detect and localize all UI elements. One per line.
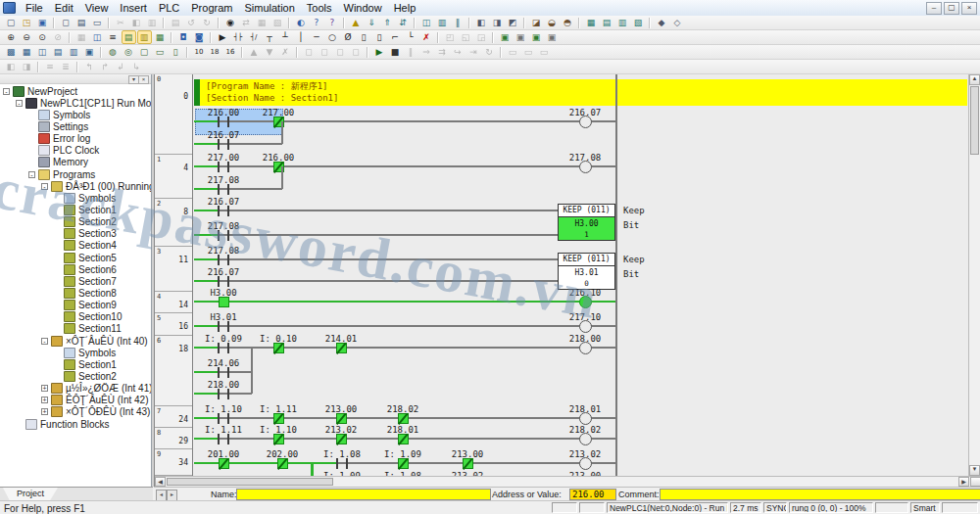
rung-comment-banner[interactable]: [Program Name : 新程序1][Section Name : Sec…	[194, 79, 967, 106]
menu-edit[interactable]: Edit	[49, 1, 79, 15]
ladder-canvas[interactable]: [Program Name : 新程序1][Section Name : Sec…	[193, 74, 969, 476]
cut-icon[interactable]: ✂	[114, 16, 128, 29]
new-icon[interactable]: ▢	[4, 16, 19, 29]
tree-item-section4[interactable]: Section4	[0, 240, 151, 252]
rung-header[interactable]: 724	[155, 406, 192, 428]
rung-wrap-icon[interactable]: ≡	[106, 30, 121, 44]
rung-header[interactable]: 516	[155, 313, 192, 336]
tree-item-newproject[interactable]: -NewProject	[0, 85, 151, 97]
fb-define-icon[interactable]: ▣	[498, 30, 513, 44]
sim-stop-icon[interactable]: ■	[388, 45, 403, 59]
tree-item-section2[interactable]: Section2	[0, 216, 151, 228]
vertical-line-icon[interactable]: │	[294, 30, 309, 44]
contact-open[interactable]	[227, 434, 229, 444]
vscroll-thumb[interactable]	[970, 86, 979, 155]
contact-closed-on[interactable]	[273, 413, 284, 424]
edit-comments-icon[interactable]: ◰	[443, 30, 458, 44]
window-cross-reference-icon[interactable]: ▤	[51, 45, 66, 59]
sim-run-icon[interactable]: ▶	[372, 45, 387, 59]
print-icon[interactable]: ▤	[74, 16, 89, 29]
tree-item-section11[interactable]: Section11	[0, 323, 151, 335]
collapse-icon[interactable]: -	[41, 338, 48, 345]
menu-insert[interactable]: Insert	[114, 1, 153, 15]
window-tile-h-icon[interactable]: ▤	[600, 16, 614, 29]
force-on-icon[interactable]: ▲	[247, 45, 262, 59]
collapse-icon[interactable]: -	[28, 171, 35, 178]
undo-icon[interactable]: ↺	[184, 16, 199, 29]
collapse-icon[interactable]: -	[3, 88, 10, 95]
contact-open[interactable]	[346, 458, 348, 469]
edit-section-icon[interactable]: ◲	[474, 30, 489, 44]
contact-open[interactable]	[227, 162, 229, 172]
contact-open[interactable]	[227, 367, 229, 378]
retrace-icon[interactable]: ▧	[270, 16, 285, 29]
save-icon[interactable]: ▣	[35, 16, 50, 29]
help-tool-1-icon[interactable]: ◆	[655, 16, 669, 29]
tree-item-symbols[interactable]: Symbols	[0, 192, 151, 204]
scroll-right-icon[interactable]: ▶	[958, 477, 969, 487]
zoom-to-fit-icon[interactable]: ⊙	[35, 30, 50, 44]
restore-button[interactable]: ▢	[944, 2, 959, 15]
window-io-comment-icon[interactable]: ▣	[82, 45, 97, 59]
address-input[interactable]: 216.00	[569, 489, 616, 500]
rung-header[interactable]: 14	[155, 155, 192, 199]
window-watch-icon[interactable]: ◫	[35, 45, 50, 59]
edit-rung-icon[interactable]: ◱	[459, 30, 473, 44]
tree-item-symbols[interactable]: Symbols	[0, 109, 151, 120]
work-online-icon[interactable]: ◫	[419, 16, 434, 29]
contact-open[interactable]	[218, 206, 220, 216]
force-cancel-icon[interactable]: ✗	[278, 45, 293, 59]
st-tool-2-icon[interactable]: ↱	[98, 60, 113, 73]
close-button[interactable]: ×	[961, 2, 977, 15]
window-tile-v-icon[interactable]: ▥	[615, 16, 630, 29]
tree-item-section7[interactable]: Section7	[0, 275, 151, 287]
show-sections-icon[interactable]: ▦	[153, 30, 168, 44]
tree-item--int-41-[interactable]: +µ½Î»¿ØÖÆ (Int 41)	[0, 383, 151, 395]
sim-scan-run-icon[interactable]: ↻	[482, 45, 497, 59]
tree-item-function-blocks[interactable]: Function Blocks	[0, 418, 151, 430]
sim-network-2-icon[interactable]: ▭	[521, 45, 536, 59]
contact-open[interactable]	[227, 413, 229, 424]
context-help-icon[interactable]: ?	[325, 16, 340, 29]
contact-open[interactable]	[227, 117, 229, 127]
contact-open[interactable]	[218, 367, 220, 378]
upload-from-plc-icon[interactable]: ⇑	[380, 16, 395, 29]
st-tool-3-icon[interactable]: ↲	[114, 60, 128, 73]
page-setup-icon[interactable]: ▭	[90, 16, 105, 29]
menu-file[interactable]: File	[20, 1, 49, 15]
online-edit-send-icon[interactable]: ◒	[545, 16, 560, 29]
vertical-scrollbar[interactable]: ▲ ▼	[968, 74, 980, 476]
open-icon[interactable]: ◳	[20, 16, 34, 29]
run-mode-icon[interactable]: ◩	[506, 16, 520, 29]
paste-icon[interactable]: ▥	[145, 16, 160, 29]
monitor-hex-icon[interactable]: 16	[223, 45, 238, 59]
time-chart-icon[interactable]: ▯	[169, 45, 183, 59]
tree-item-section1[interactable]: Section1	[0, 358, 151, 370]
menu-simulation[interactable]: Simulation	[238, 1, 300, 15]
fb-online-icon[interactable]: ▣	[545, 30, 560, 44]
rung-header[interactable]: 414	[155, 292, 192, 313]
help-icon[interactable]: ?	[310, 16, 324, 29]
contact-open[interactable]	[227, 343, 229, 353]
contact-open[interactable]	[227, 206, 229, 216]
scroll-left-icon[interactable]: ◀	[155, 477, 166, 487]
line-connect-icon[interactable]: └	[404, 30, 418, 44]
contact-closed-on[interactable]	[219, 458, 229, 469]
help-tool-2-icon[interactable]: ◇	[670, 16, 685, 29]
rung-header[interactable]: 311	[155, 247, 192, 292]
tree-item-plc-clock[interactable]: PLC Clock	[0, 145, 151, 157]
replace-icon[interactable]: ⇄	[239, 16, 254, 29]
sim-step-run-icon[interactable]: ⇒	[419, 45, 434, 59]
window-arrange-icons-icon[interactable]: ▧	[631, 16, 646, 29]
tree-item-programs[interactable]: -Programs	[0, 168, 151, 180]
new-closed-contact-or-icon[interactable]: ┴	[278, 30, 293, 44]
tree-item--u-int-40-[interactable]: -×ÔŢ´ÂuÊÙ (Int 40)	[0, 335, 151, 347]
monitor-window-icon[interactable]: ▢	[137, 45, 152, 59]
debug-mode-icon[interactable]: ◨	[490, 16, 505, 29]
monitor-decimal-icon[interactable]: 10	[192, 45, 207, 59]
contact-open[interactable]	[227, 184, 229, 195]
contact-closed-on[interactable]	[273, 343, 284, 353]
pause-monitor-icon[interactable]: ‖	[451, 16, 466, 29]
contact-open[interactable]	[218, 162, 220, 172]
show-rung-comments-icon[interactable]: ▤	[122, 30, 136, 44]
